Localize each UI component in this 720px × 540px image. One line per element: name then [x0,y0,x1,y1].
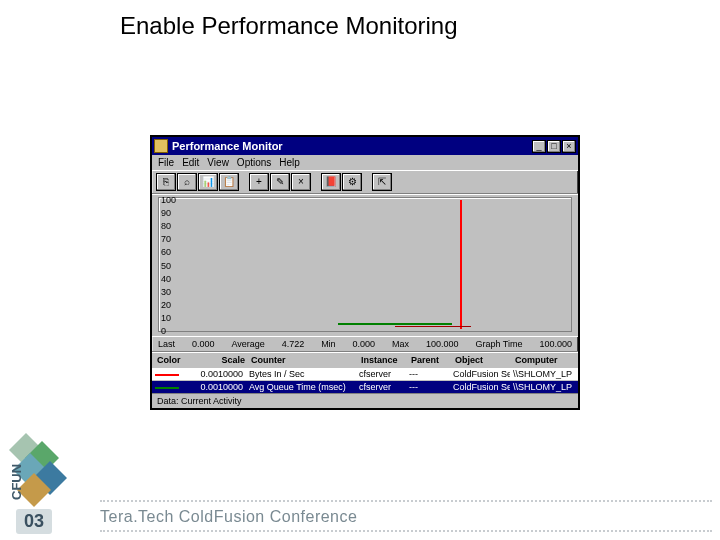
minimize-button[interactable]: _ [532,140,546,153]
stat-graph-label: Graph Time [475,339,522,349]
alert-view-icon[interactable]: ⌕ [177,173,197,191]
status-bar: Data: Current Activity [152,393,578,408]
maximize-button[interactable]: □ [547,140,561,153]
th-color: Color [154,354,198,366]
stat-graph-value: 100.000 [539,339,572,349]
table-row[interactable]: 0.0010000Avg Queue Time (msec)cfserver--… [152,380,578,393]
th-computer: Computer [512,354,576,366]
stat-min-value: 0.000 [353,339,376,349]
th-parent: Parent [408,354,452,366]
stat-min-label: Min [321,339,336,349]
slide-title: Enable Performance Monitoring [120,12,458,40]
th-scale: Scale [198,354,248,366]
chart-plot: 1009080706050403020100 [158,197,572,332]
th-object: Object [452,354,512,366]
counter-table-header: Color Scale Counter Instance Parent Obje… [152,352,578,367]
cfun-year: 03 [16,509,52,534]
chart-area: 1009080706050403020100 [152,194,578,336]
cfun-text: CFUN [9,464,24,500]
stat-max-value: 100.000 [426,339,459,349]
y-tick: 10 [161,313,171,323]
slide-footer: CFUN 03 Tera.Tech ColdFusion Conference [0,480,720,540]
y-tick: 20 [161,300,171,310]
stat-last-label: Last [158,339,175,349]
close-button[interactable]: × [562,140,576,153]
perfmon-window: Performance Monitor _ □ × File Edit View… [150,135,580,410]
bookmark-button[interactable]: 📕 [321,173,341,191]
menu-options[interactable]: Options [237,157,271,168]
th-counter: Counter [248,354,358,366]
report-view-icon[interactable]: 📋 [219,173,239,191]
y-tick: 70 [161,234,171,244]
stat-max-label: Max [392,339,409,349]
menubar: File Edit View Options Help [152,155,578,170]
y-tick: 90 [161,208,171,218]
series-line-green [338,323,453,325]
stat-last-value: 0.000 [192,339,215,349]
y-tick: 100 [161,195,176,205]
options-button[interactable]: ⚙ [342,173,362,191]
titlebar[interactable]: Performance Monitor _ □ × [152,137,578,155]
app-icon [154,139,168,153]
y-tick: 0 [161,326,166,336]
menu-view[interactable]: View [207,157,229,168]
y-tick: 30 [161,287,171,297]
stat-avg-label: Average [231,339,264,349]
menu-file[interactable]: File [158,157,174,168]
chart-plot-region [185,200,567,329]
stat-avg-value: 4.722 [282,339,305,349]
divider-dots-bottom [100,530,712,532]
menu-help[interactable]: Help [279,157,300,168]
chart-view-icon[interactable]: ⎘ [156,173,176,191]
window-title: Performance Monitor [172,140,531,152]
stats-bar: Last 0.000 Average 4.722 Min 0.000 Max 1… [152,336,578,352]
menu-edit[interactable]: Edit [182,157,199,168]
y-tick: 60 [161,247,171,257]
conference-title: Tera.Tech ColdFusion Conference [100,508,357,526]
divider-dots-top [100,500,712,502]
export-button[interactable]: ⇱ [372,173,392,191]
delete-counter-button[interactable]: × [291,173,311,191]
toolbar: ⎘ ⌕ 📊 📋 + ✎ × 📕 ⚙ ⇱ [152,170,578,194]
add-counter-button[interactable]: + [249,173,269,191]
th-instance: Instance [358,354,408,366]
log-view-icon[interactable]: 📊 [198,173,218,191]
series-line-red [395,326,471,327]
table-row[interactable]: 0.0010000Bytes In / Seccfserver---ColdFu… [152,367,578,380]
y-tick: 40 [161,274,171,284]
y-tick: 80 [161,221,171,231]
edit-counter-button[interactable]: ✎ [270,173,290,191]
time-marker-line [460,200,462,329]
y-tick: 50 [161,261,171,271]
